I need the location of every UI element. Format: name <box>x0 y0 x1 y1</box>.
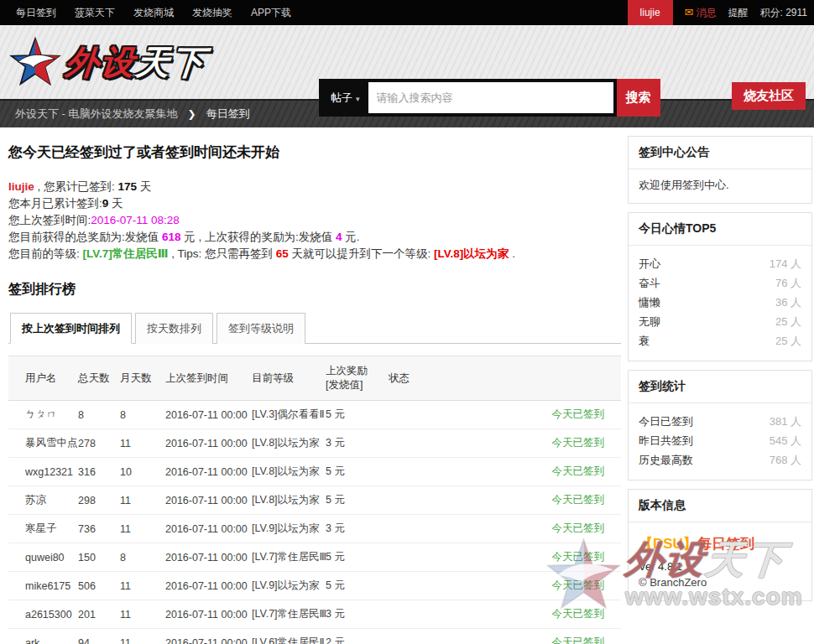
status-badge: 今天已签到 <box>380 486 621 515</box>
search-button[interactable]: 搜索 <box>617 79 660 117</box>
table-row: 寒星子 736 11 2016-07-11 00:00 [LV.9]以坛为家 3… <box>8 515 621 543</box>
tab-by-last-signin-time[interactable]: 按上次签到时间排列 <box>10 313 132 344</box>
main-area: 您今天已经签到过了或者签到时间还未开始 liujie , 您累计已签到: 175… <box>0 127 814 644</box>
table-row: ㄅㄆㄇ 8 8 2016-07-11 00:00 [LV.3]偶尔看看Ⅱ 5 元… <box>8 401 621 429</box>
username-button[interactable]: liujie <box>628 0 673 25</box>
status-badge: 今天已签到 <box>380 543 621 572</box>
signin-info-line-2: 您本月已累计签到:9 天 <box>8 195 621 212</box>
table-row: mike6175 506 11 2016-07-11 00:00 [LV.9]以… <box>8 572 621 600</box>
table-row: ark 94 11 2016-07-11 00:00 [LV.6]常住居民Ⅱ 2… <box>8 629 621 644</box>
status-badge: 今天已签到 <box>380 429 621 458</box>
col-total-days: 总天数 <box>78 356 120 401</box>
plugin-name: 【DSU】每日签到 <box>639 534 801 553</box>
cell-username[interactable]: quwei80 <box>8 543 78 572</box>
topnav-mall[interactable]: 发烧商城 <box>124 0 183 25</box>
list-item: 奋斗76 人 <box>639 273 801 293</box>
last-reward-value: 4 <box>336 231 342 243</box>
status-badge: 今天已签到 <box>380 600 621 629</box>
signin-info-line-4: 您目前获得的总奖励为:发烧值 618 元 , 上次获得的奖励为:发烧值 4 元. <box>8 229 621 246</box>
status-badge: 今天已签到 <box>380 515 621 543</box>
signin-info-line-5: 您目前的等级: [LV.7]常住居民Ⅲ , Tips: 您只需再签到 65 天就… <box>8 246 621 262</box>
search-area: 帖子▾ 搜索 <box>319 79 660 117</box>
ranking-tabs: 按上次签到时间排列 按天数排列 签到等级说明 <box>8 312 621 344</box>
list-item: 慵懒36 人 <box>639 293 801 312</box>
topnav-daily-signin[interactable]: 每日签到 <box>7 0 65 25</box>
status-badge: 今天已签到 <box>380 629 621 644</box>
list-item: 开心174 人 <box>639 254 801 273</box>
community-button[interactable]: 烧友社区 <box>732 82 806 110</box>
reminders-link[interactable]: 提醒 <box>728 6 749 20</box>
search-input[interactable] <box>368 82 613 113</box>
content-column: 您今天已经签到过了或者签到时间还未开始 liujie , 您累计已签到: 175… <box>0 136 621 644</box>
list-item: 衰25 人 <box>639 331 801 351</box>
cell-username[interactable]: a2615300 <box>8 600 78 629</box>
plugin-version: Ver 4.8.1 <box>639 558 801 574</box>
table-row: 暴风雪中点火 278 11 2016-07-11 00:00 [LV.8]以坛为… <box>8 429 621 458</box>
logo-wordmark: 外设天下 <box>64 39 209 86</box>
star-eagle-logo-icon <box>8 35 62 89</box>
top-bar: 每日签到 菠菜天下 发烧商城 发烧抽奖 APP下载 liujie ✉消息 提醒 … <box>0 0 814 25</box>
signin-stats-box: 签到统计 今日已签到381 人 昨日共签到545 人 历史最高数768 人 <box>628 370 812 480</box>
cell-username[interactable]: ㄅㄆㄇ <box>8 401 78 429</box>
col-level: 目前等级 <box>252 356 326 401</box>
tab-level-explanation[interactable]: 签到等级说明 <box>217 313 305 344</box>
topnav-lottery[interactable]: 发烧抽奖 <box>183 0 242 25</box>
mood-top5-box: 今日心情TOP5 开心174 人 奋斗76 人 慵懒36 人 无聊25 人 衰2… <box>628 212 812 361</box>
breadcrumb-current: 每日签到 <box>206 106 250 122</box>
cell-username[interactable]: 苏凉 <box>8 486 78 515</box>
cell-username[interactable]: 寒星子 <box>8 515 78 543</box>
caret-down-icon: ▾ <box>356 95 360 103</box>
search-category-dropdown[interactable]: 帖子▾ <box>319 91 368 106</box>
last-signin-time: 2016-07-11 08:28 <box>91 214 180 226</box>
breadcrumb-site-link[interactable]: 外设天下 - 电脑外设发烧友聚集地 <box>15 106 178 122</box>
table-row: 苏凉 298 11 2016-07-11 00:00 [LV.8]以坛为家 5 … <box>8 486 621 515</box>
announcement-content: 欢迎使用签到中心. <box>629 169 811 203</box>
status-badge: 今天已签到 <box>380 401 621 429</box>
col-status: 状态 <box>380 356 621 401</box>
status-badge: 今天已签到 <box>380 572 621 600</box>
topbar-spacer <box>300 0 628 25</box>
list-item: 无聊25 人 <box>639 312 801 331</box>
tab-by-days[interactable]: 按天数排列 <box>135 313 213 344</box>
list-item: 历史最高数768 人 <box>639 450 801 470</box>
total-signin-days: 175 <box>118 180 138 193</box>
table-header-row: 用户名 总天数 月天数 上次签到时间 目前等级 上次奖励[发烧值] 状态 <box>8 356 621 401</box>
status-badge: 今天已签到 <box>380 458 621 486</box>
announcement-box: 签到中心公告 欢迎使用签到中心. <box>628 136 812 204</box>
ranking-title: 签到排行榜 <box>8 281 621 299</box>
signin-notice-title: 您今天已经签到过了或者签到时间还未开始 <box>8 143 621 162</box>
topnav-app-download[interactable]: APP下载 <box>242 0 300 25</box>
top-nav: 每日签到 菠菜天下 发烧商城 发烧抽奖 APP下载 <box>0 0 300 25</box>
table-row: wxg12321 316 10 2016-07-11 00:00 [LV.8]以… <box>8 458 621 486</box>
current-level: [LV.7]常住居民Ⅲ <box>83 247 169 260</box>
list-item: 今日已签到381 人 <box>639 412 801 431</box>
col-month-days: 月天数 <box>120 356 165 401</box>
plugin-copyright: © BranchZero <box>639 574 801 590</box>
cell-username[interactable]: wxg12321 <box>8 458 78 486</box>
search-box: 帖子▾ <box>319 79 617 117</box>
cell-username[interactable]: ark <box>8 629 78 644</box>
signin-stats-title: 签到统计 <box>629 371 811 403</box>
mood-top5-title: 今日心情TOP5 <box>629 213 811 246</box>
sidebar: 签到中心公告 欢迎使用签到中心. 今日心情TOP5 开心174 人 奋斗76 人… <box>628 136 812 644</box>
signin-info-line-3: 您上次签到时间:2016-07-11 08:28 <box>8 212 621 229</box>
topnav-bocai[interactable]: 菠菜天下 <box>65 0 124 25</box>
signin-info-line-1: liujie , 您累计已签到: 175 天 <box>8 179 621 195</box>
messages-label: 消息 <box>697 7 717 18</box>
cell-username[interactable]: 暴风雪中点火 <box>8 429 78 458</box>
points-link[interactable]: 积分: 2911 <box>760 6 807 20</box>
cell-username[interactable]: mike6175 <box>8 572 78 600</box>
list-item: 昨日共签到545 人 <box>639 431 801 450</box>
signin-username[interactable]: liujie <box>8 180 34 193</box>
ranking-table: 用户名 总天数 月天数 上次签到时间 目前等级 上次奖励[发烧值] 状态 ㄅㄆㄇ… <box>8 356 621 644</box>
col-username: 用户名 <box>8 356 78 401</box>
col-reward: 上次奖励[发烧值] <box>326 356 380 401</box>
days-to-next-level: 65 <box>276 247 289 260</box>
messages-link[interactable]: ✉消息 <box>685 6 717 20</box>
col-last-time: 上次签到时间 <box>165 356 252 401</box>
version-info-box: 版本信息 【DSU】每日签到 Ver 4.8.1 © BranchZero <box>628 489 812 601</box>
envelope-icon: ✉ <box>685 6 694 18</box>
next-level: [LV.8]以坛为家 <box>434 247 509 260</box>
site-logo[interactable]: 外设天下 <box>8 35 206 89</box>
version-info-title: 版本信息 <box>629 490 811 522</box>
